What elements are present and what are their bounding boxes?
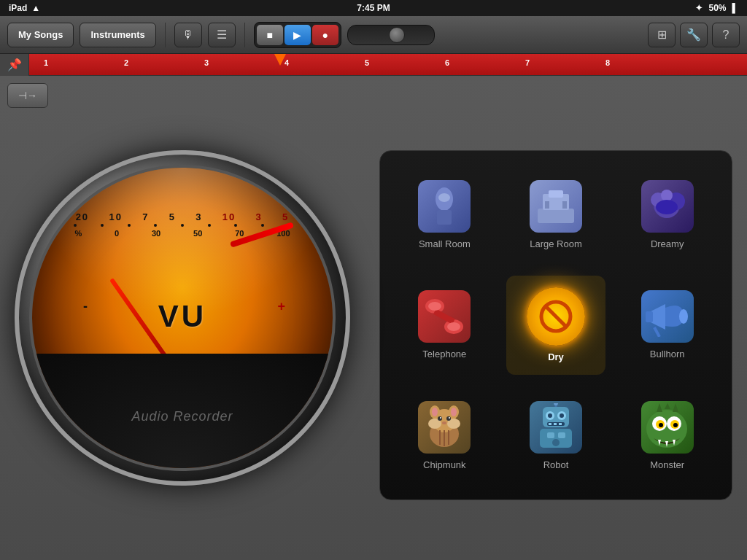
dreamy-label: Dreamy: [651, 238, 684, 249]
track-pin-button[interactable]: ⊣→: [7, 83, 48, 108]
microphone-button[interactable]: 🎙: [174, 23, 202, 47]
effect-bullhorn[interactable]: Bullhorn: [617, 276, 717, 374]
marker-1: 1: [44, 58, 48, 67]
effect-large-room[interactable]: Large Room: [506, 166, 606, 264]
scale-7: 7: [142, 211, 149, 222]
svg-line-18: [546, 306, 566, 327]
dry-icon: [527, 287, 585, 346]
toolbar: My Songs Instruments 🎙 ☰ ■ ▶ ● ⊞ 🔧 ?: [0, 16, 747, 54]
svg-rect-5: [549, 190, 563, 198]
status-bar: iPad ▲ 7:45 PM ✦ 50% ▌: [0, 0, 747, 16]
effect-monster[interactable]: Monster: [617, 386, 717, 485]
tempo-slider[interactable]: [347, 25, 435, 45]
svg-point-16: [447, 322, 460, 331]
track-pin-icon: ⊣→: [18, 90, 37, 101]
svg-point-34: [449, 417, 450, 419]
pct-symbol: %: [74, 229, 82, 238]
mixer-button[interactable]: ⊞: [648, 23, 676, 47]
svg-rect-3: [538, 209, 574, 223]
svg-rect-48: [554, 423, 557, 425]
chipmunk-icon: [418, 401, 471, 454]
bullhorn-label: Bullhorn: [650, 349, 685, 359]
dry-label: Dry: [548, 351, 564, 362]
svg-rect-6: [545, 201, 549, 209]
svg-point-35: [442, 421, 446, 424]
effect-dreamy[interactable]: Dreamy: [617, 166, 717, 264]
effect-telephone[interactable]: Telephone: [395, 276, 495, 374]
vu-recorder-text: Audio Recorder: [131, 409, 233, 424]
stop-button[interactable]: ■: [257, 25, 283, 45]
wrench-icon: 🔧: [686, 28, 701, 42]
pct-30: 30: [152, 229, 160, 238]
wifi-icon: ▲: [31, 3, 40, 13]
effects-panel: Small Room Large Room: [379, 150, 732, 500]
tempo-knob[interactable]: [389, 27, 405, 43]
scale-10a: 10: [109, 211, 122, 222]
track-pin-area: ⊣→: [7, 83, 48, 108]
my-songs-button[interactable]: My Songs: [7, 23, 74, 47]
mixer-icon: ⊞: [657, 28, 667, 42]
dreamy-svg: [643, 187, 691, 227]
vu-label: VU: [158, 299, 206, 334]
effect-small-room[interactable]: Small Room: [395, 166, 495, 264]
record-button[interactable]: ●: [312, 25, 338, 45]
battery-icon: ▌: [732, 3, 738, 13]
large-room-label: Large Room: [530, 238, 582, 249]
monster-label: Monster: [650, 459, 684, 470]
svg-point-33: [440, 417, 441, 419]
settings-button[interactable]: 🔧: [680, 23, 708, 47]
scale-3b: 3: [256, 211, 263, 222]
effect-dry[interactable]: Dry: [506, 276, 606, 374]
svg-point-53: [552, 439, 560, 446]
bullhorn-icon: [641, 290, 694, 343]
vu-inner: 20 10 7 5 3 10 3 5 %: [29, 165, 336, 471]
battery-label: 50%: [708, 3, 726, 13]
play-button[interactable]: ▶: [285, 25, 311, 45]
help-icon: ?: [723, 28, 729, 42]
svg-point-2: [438, 193, 450, 202]
chipmunk-svg: [422, 405, 467, 450]
svg-rect-47: [549, 423, 551, 425]
marker-6: 6: [445, 58, 449, 67]
scale-3a: 3: [196, 211, 202, 222]
playhead[interactable]: [274, 54, 286, 66]
toolbar-divider-1: [165, 23, 166, 47]
timeline[interactable]: 📌 1 2 3 4 5 6 7 8: [0, 54, 747, 76]
svg-marker-56: [665, 403, 670, 409]
telephone-label: Telephone: [422, 349, 466, 359]
status-left: iPad ▲: [9, 3, 40, 13]
vu-meter-container: 20 10 7 5 3 10 3 5 %: [15, 150, 365, 500]
svg-point-28: [451, 408, 457, 416]
help-button[interactable]: ?: [712, 23, 740, 47]
svg-rect-52: [558, 432, 565, 438]
monster-icon: [641, 401, 694, 454]
svg-point-42: [548, 413, 552, 418]
marker-7: 7: [525, 58, 530, 67]
chipmunk-label: Chipmunk: [423, 459, 466, 470]
svg-rect-7: [562, 201, 567, 209]
effect-robot[interactable]: Robot: [506, 386, 606, 485]
svg-marker-57: [673, 403, 678, 412]
svg-point-27: [432, 408, 438, 416]
svg-line-22: [654, 327, 659, 337]
svg-point-32: [446, 416, 451, 421]
transport-controls: ■ ▶ ●: [254, 22, 341, 48]
robot-icon: [530, 401, 582, 454]
small-room-icon: [418, 180, 471, 233]
timeline-pin: 📌: [0, 54, 29, 76]
bullhorn-svg: [643, 297, 691, 337]
tracks-button[interactable]: ☰: [208, 23, 236, 47]
svg-point-15: [428, 302, 441, 311]
svg-point-45: [554, 403, 558, 405]
bluetooth-icon: ✦: [695, 3, 703, 13]
large-room-icon: [530, 180, 582, 233]
scale-10b: 10: [222, 211, 236, 222]
svg-point-11: [661, 190, 673, 201]
pin-icon: 📌: [7, 58, 22, 71]
instruments-button[interactable]: Instruments: [80, 23, 155, 47]
timeline-track[interactable]: 1 2 3 4 5 6 7 8: [29, 54, 747, 75]
pct-0: 0: [115, 229, 119, 238]
scale-5b: 5: [282, 211, 289, 222]
vu-scale-dots: [51, 224, 314, 227]
effect-chipmunk[interactable]: Chipmunk: [395, 386, 495, 485]
